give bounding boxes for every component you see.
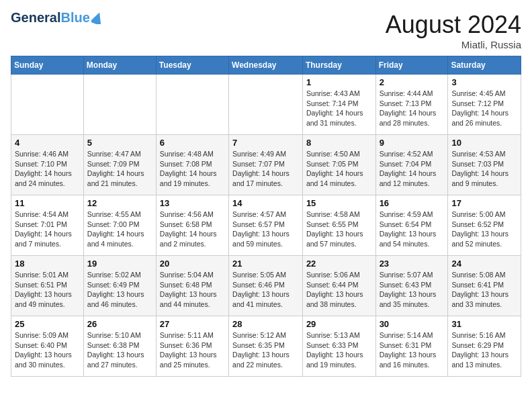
week-row-3: 11Sunrise: 4:54 AM Sunset: 7:01 PM Dayli… (11, 195, 521, 256)
day-cell: 7Sunrise: 4:49 AM Sunset: 7:07 PM Daylig… (229, 135, 303, 195)
header-saturday: Saturday (448, 56, 521, 75)
day-cell: 5Sunrise: 4:47 AM Sunset: 7:09 PM Daylig… (83, 135, 156, 195)
day-info: Sunrise: 5:01 AM Sunset: 6:51 PM Dayligh… (15, 270, 80, 310)
day-cell: 26Sunrise: 5:10 AM Sunset: 6:38 PM Dayli… (83, 316, 156, 377)
day-cell: 12Sunrise: 4:55 AM Sunset: 7:00 PM Dayli… (83, 195, 156, 256)
title-block: August 2024 Miatli, Russia (386, 11, 521, 50)
day-cell: 28Sunrise: 5:12 AM Sunset: 6:35 PM Dayli… (229, 316, 303, 377)
day-info: Sunrise: 4:45 AM Sunset: 7:12 PM Dayligh… (451, 89, 517, 128)
day-info: Sunrise: 5:11 AM Sunset: 6:36 PM Dayligh… (160, 330, 225, 370)
day-cell: 14Sunrise: 4:57 AM Sunset: 6:57 PM Dayli… (229, 195, 303, 256)
header-monday: Monday (83, 56, 156, 75)
day-info: Sunrise: 5:06 AM Sunset: 6:44 PM Dayligh… (306, 270, 372, 310)
day-info: Sunrise: 4:43 AM Sunset: 7:14 PM Dayligh… (306, 89, 372, 128)
day-info: Sunrise: 4:48 AM Sunset: 7:08 PM Dayligh… (160, 149, 225, 189)
day-number: 24 (451, 259, 517, 269)
day-number: 7 (232, 138, 299, 148)
day-info: Sunrise: 4:57 AM Sunset: 6:57 PM Dayligh… (232, 210, 299, 249)
svg-marker-0 (91, 12, 103, 24)
day-cell: 25Sunrise: 5:09 AM Sunset: 6:40 PM Dayli… (11, 316, 84, 377)
day-info: Sunrise: 4:46 AM Sunset: 7:10 PM Dayligh… (15, 149, 80, 189)
day-info: Sunrise: 5:13 AM Sunset: 6:33 PM Dayligh… (306, 330, 372, 370)
day-cell: 23Sunrise: 5:07 AM Sunset: 6:43 PM Dayli… (375, 256, 448, 316)
week-row-5: 25Sunrise: 5:09 AM Sunset: 6:40 PM Dayli… (11, 316, 521, 377)
day-cell: 20Sunrise: 5:04 AM Sunset: 6:48 PM Dayli… (156, 256, 228, 316)
day-info: Sunrise: 5:09 AM Sunset: 6:40 PM Dayligh… (15, 330, 80, 370)
day-number: 21 (232, 259, 299, 269)
day-info: Sunrise: 5:07 AM Sunset: 6:43 PM Dayligh… (380, 270, 445, 310)
day-number: 16 (380, 198, 445, 208)
day-info: Sunrise: 4:47 AM Sunset: 7:09 PM Dayligh… (87, 149, 152, 189)
day-cell: 8Sunrise: 4:50 AM Sunset: 7:05 PM Daylig… (302, 135, 375, 195)
day-cell (83, 75, 156, 135)
day-cell: 21Sunrise: 5:05 AM Sunset: 6:46 PM Dayli… (229, 256, 303, 316)
day-number: 2 (380, 77, 445, 87)
day-info: Sunrise: 5:14 AM Sunset: 6:31 PM Dayligh… (380, 330, 445, 370)
day-cell: 11Sunrise: 4:54 AM Sunset: 7:01 PM Dayli… (11, 195, 84, 256)
calendar-header-row: SundayMondayTuesdayWednesdayThursdayFrid… (11, 56, 521, 75)
day-info: Sunrise: 5:10 AM Sunset: 6:38 PM Dayligh… (87, 330, 152, 370)
day-cell: 6Sunrise: 4:48 AM Sunset: 7:08 PM Daylig… (156, 135, 228, 195)
day-cell (156, 75, 228, 135)
day-number: 27 (160, 319, 225, 329)
day-info: Sunrise: 4:55 AM Sunset: 7:00 PM Dayligh… (87, 210, 152, 249)
day-cell: 13Sunrise: 4:56 AM Sunset: 6:58 PM Dayli… (156, 195, 228, 256)
day-info: Sunrise: 4:58 AM Sunset: 6:55 PM Dayligh… (306, 210, 372, 249)
day-number: 8 (306, 138, 372, 148)
day-info: Sunrise: 5:16 AM Sunset: 6:29 PM Dayligh… (451, 330, 517, 370)
day-number: 1 (306, 77, 372, 87)
logo: General Blue (11, 11, 103, 24)
day-cell: 10Sunrise: 4:53 AM Sunset: 7:03 PM Dayli… (448, 135, 521, 195)
day-cell: 31Sunrise: 5:16 AM Sunset: 6:29 PM Dayli… (448, 316, 521, 377)
week-row-2: 4Sunrise: 4:46 AM Sunset: 7:10 PM Daylig… (11, 135, 521, 195)
day-number: 28 (232, 319, 299, 329)
day-info: Sunrise: 4:49 AM Sunset: 7:07 PM Dayligh… (232, 149, 299, 189)
day-number: 9 (380, 138, 445, 148)
day-number: 20 (160, 259, 225, 269)
page-header: General Blue August 2024 Miatli, Russia (11, 11, 521, 50)
day-cell: 19Sunrise: 5:02 AM Sunset: 6:49 PM Dayli… (83, 256, 156, 316)
day-info: Sunrise: 5:08 AM Sunset: 6:41 PM Dayligh… (451, 270, 517, 310)
header-wednesday: Wednesday (229, 56, 303, 75)
day-number: 18 (15, 259, 80, 269)
day-number: 17 (451, 198, 517, 208)
day-number: 14 (232, 198, 299, 208)
day-number: 30 (380, 319, 445, 329)
day-number: 11 (15, 198, 80, 208)
day-cell: 4Sunrise: 4:46 AM Sunset: 7:10 PM Daylig… (11, 135, 84, 195)
day-cell (229, 75, 303, 135)
day-number: 6 (160, 138, 225, 148)
day-info: Sunrise: 4:59 AM Sunset: 6:54 PM Dayligh… (380, 210, 445, 249)
day-cell: 18Sunrise: 5:01 AM Sunset: 6:51 PM Dayli… (11, 256, 84, 316)
day-info: Sunrise: 4:50 AM Sunset: 7:05 PM Dayligh… (306, 149, 372, 189)
day-number: 10 (451, 138, 517, 148)
day-cell: 17Sunrise: 5:00 AM Sunset: 6:52 PM Dayli… (448, 195, 521, 256)
day-number: 12 (87, 198, 152, 208)
logo-general: General (11, 11, 60, 24)
day-number: 29 (306, 319, 372, 329)
day-cell: 1Sunrise: 4:43 AM Sunset: 7:14 PM Daylig… (302, 75, 375, 135)
day-number: 25 (15, 319, 80, 329)
day-cell: 16Sunrise: 4:59 AM Sunset: 6:54 PM Dayli… (375, 195, 448, 256)
day-info: Sunrise: 5:00 AM Sunset: 6:52 PM Dayligh… (451, 210, 517, 249)
day-info: Sunrise: 5:12 AM Sunset: 6:35 PM Dayligh… (232, 330, 299, 370)
week-row-4: 18Sunrise: 5:01 AM Sunset: 6:51 PM Dayli… (11, 256, 521, 316)
month-year-title: August 2024 (386, 11, 521, 39)
header-friday: Friday (375, 56, 448, 75)
day-cell (11, 75, 84, 135)
day-number: 3 (451, 77, 517, 87)
header-sunday: Sunday (11, 56, 84, 75)
location-text: Miatli, Russia (386, 39, 521, 50)
day-cell: 30Sunrise: 5:14 AM Sunset: 6:31 PM Dayli… (375, 316, 448, 377)
day-info: Sunrise: 5:04 AM Sunset: 6:48 PM Dayligh… (160, 270, 225, 310)
day-info: Sunrise: 5:05 AM Sunset: 6:46 PM Dayligh… (232, 270, 299, 310)
day-cell: 2Sunrise: 4:44 AM Sunset: 7:13 PM Daylig… (375, 75, 448, 135)
day-cell: 27Sunrise: 5:11 AM Sunset: 6:36 PM Dayli… (156, 316, 228, 377)
calendar-table: SundayMondayTuesdayWednesdayThursdayFrid… (11, 56, 521, 377)
day-cell: 3Sunrise: 4:45 AM Sunset: 7:12 PM Daylig… (448, 75, 521, 135)
week-row-1: 1Sunrise: 4:43 AM Sunset: 7:14 PM Daylig… (11, 75, 521, 135)
day-cell: 24Sunrise: 5:08 AM Sunset: 6:41 PM Dayli… (448, 256, 521, 316)
day-cell: 22Sunrise: 5:06 AM Sunset: 6:44 PM Dayli… (302, 256, 375, 316)
day-number: 13 (160, 198, 225, 208)
day-number: 31 (451, 319, 517, 329)
